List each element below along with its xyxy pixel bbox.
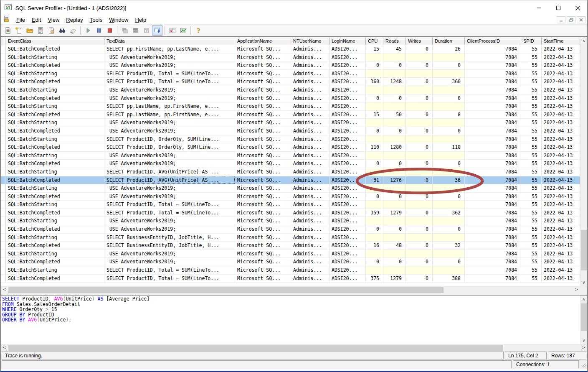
performance-chart-button[interactable] [178,25,188,36]
table-row[interactable]: SQL:BatchStarting USE AdventureWorks2019… [1,152,580,160]
sql-horizontal-scrollbar[interactable]: < > [1,344,587,351]
table-row[interactable]: SQL:BatchCompleted USE AdventureWorks201… [1,258,580,266]
cell: 2022-04-13 [542,217,580,225]
column-header-textdata[interactable]: TextData [104,37,235,45]
cell [1,234,6,242]
table-row[interactable]: SQL:BatchCompletedSELECT pp.FirstName, p… [1,45,580,54]
resize-grip[interactable] [580,360,586,368]
new-trace-button[interactable] [3,25,13,36]
table-row[interactable]: SQL:BatchStarting USE AdventureWorks2019… [1,119,580,127]
sql-hscroll-thumb[interactable] [8,345,503,351]
column-header-loginname[interactable]: LoginName [329,37,366,45]
clear-trace-button[interactable] [68,25,78,36]
table-row[interactable]: SQL:BatchStarting USE AdventureWorks2019… [1,86,580,94]
menu-view[interactable]: View [44,16,63,24]
start-replay-button[interactable] [83,25,93,36]
cell: Adminis... [291,234,329,242]
table-row[interactable]: SQL:BatchStarting USE AdventureWorks2019… [1,184,580,193]
open-trace-button[interactable] [24,25,35,36]
cell: Adminis... [291,193,329,201]
column-header-ntusername[interactable]: NTUserName [291,37,329,45]
menu-edit[interactable]: Edit [28,16,44,24]
execute-one-step-button[interactable] [119,25,130,36]
cell [406,217,433,225]
cell [383,86,406,94]
column-header-reads[interactable]: Reads [383,37,406,45]
table-row[interactable]: SQL:BatchCompletedSELECT ProductID, Tota… [1,275,580,283]
cell [406,234,433,242]
table-row[interactable]: SQL:BatchCompleted USE AdventureWorks201… [1,127,580,135]
table-row[interactable]: SQL:BatchCompleted USE AdventureWorks201… [1,160,580,168]
table-row[interactable]: SQL:BatchStartingSELECT ProductID, Total… [1,70,580,78]
table-row[interactable]: SQL:BatchStartingSELECT ProductID, Order… [1,135,580,144]
table-row[interactable]: SQL:BatchCompleted USE AdventureWorks201… [1,61,580,70]
scroll-left-icon[interactable]: < [1,286,8,293]
table-row[interactable]: SQL:BatchStarting USE AdventureWorks2019… [1,250,580,258]
save-trace-button[interactable] [35,25,46,36]
table-row[interactable]: SQL:BatchStartingSELECT pp.LastName, pp.… [1,102,580,111]
table-row[interactable]: SQL:BatchCompletedSELECT ProductID, Tota… [1,78,580,86]
column-header-applicationname[interactable]: ApplicationName [235,37,291,45]
close-button[interactable] [568,0,587,15]
scroll-down-icon[interactable]: ∨ [580,279,587,286]
cell: SQL:BatchCompleted [6,143,104,152]
column-header-eventclass[interactable]: EventClass [6,37,104,45]
menu-replay[interactable]: Replay [63,16,86,24]
sql-vertical-scrollbar[interactable]: ∧ ∨ [580,296,587,344]
scroll-right-icon[interactable]: > [573,286,580,293]
column-header-cpu[interactable]: CPU [366,37,383,45]
scroll-up-icon[interactable]: ∧ [580,37,587,44]
mdi-close-button[interactable] [577,16,585,23]
table-row[interactable]: SQL:BatchCompleted USE AdventureWorks201… [1,94,580,103]
table-row[interactable]: SQL:BatchStartingSELECT BusinessEntityID… [1,234,580,242]
table-row[interactable]: SQL:BatchCompletedSELECT ProductID, Tota… [1,209,580,217]
table-row[interactable]: SQL:BatchCompletedSELECT ProductID, Orde… [1,143,580,152]
maximize-button[interactable] [549,0,568,15]
table-row[interactable]: SQL:BatchStartingSELECT ProductID, Total… [1,201,580,209]
menu-tools[interactable]: Tools [86,16,106,24]
menu-help[interactable]: Help [132,16,150,24]
column-header-writes[interactable]: Writes [406,37,433,45]
column-header-starttime[interactable]: StartTime [542,37,580,45]
cell: ADSI20... [329,242,366,250]
table-row[interactable]: SQL:BatchCompletedSELECT pp.LastName, pp… [1,111,580,119]
auto-scroll-button[interactable] [152,25,162,36]
table-row[interactable]: SQL:BatchCompleted USE AdventureWorks201… [1,193,580,201]
grid-vertical-scrollbar[interactable]: ∧ ∨ [580,37,587,286]
table-row-selected[interactable]: SQL:BatchCompletedSELECT ProductID, AVG(… [1,176,580,185]
scroll-left-icon[interactable]: < [1,344,8,351]
scroll-down-icon[interactable]: ∨ [580,337,587,344]
properties-button[interactable] [46,25,56,36]
column-header-duration[interactable]: Duration [433,37,465,45]
scroll-up-icon[interactable]: ∧ [580,296,587,303]
mdi-restore-button[interactable] [567,16,575,23]
minimize-button[interactable] [530,0,549,15]
table-row[interactable]: SQL:BatchStartingSELECT ProductID, Total… [1,266,580,275]
mdi-minimize-button[interactable] [557,16,565,23]
sql-vscroll-thumb[interactable] [581,303,587,331]
column-header-clientprocessid[interactable]: ClientProcessID [465,37,521,45]
pause-trace-button[interactable] [94,25,104,36]
stop-trace-button[interactable] [104,25,115,36]
table-row[interactable]: SQL:BatchCompleted USE AdventureWorks201… [1,225,580,234]
find-button[interactable] [57,25,67,36]
column-header-spid[interactable]: SPID [521,37,542,45]
grid-horizontal-scrollbar[interactable]: < > [1,286,587,293]
row-selector-header [1,37,6,45]
scroll-right-icon[interactable]: > [580,344,587,351]
table-row[interactable]: SQL:BatchStartingSELECT ProductID, AVG(U… [1,168,580,176]
toggle-breakpoint-button[interactable]: TT [141,25,152,36]
help-button[interactable]: ?? [193,25,203,36]
menu-file[interactable]: File [13,16,28,24]
table-row[interactable]: SQL:BatchStarting USE AdventureWorks2019… [1,217,580,225]
sql-statement-text[interactable]: SELECT ProductID, AVG(UnitPrice) AS [Ave… [1,296,580,344]
table-row[interactable]: SQL:BatchStarting USE AdventureWorks2019… [1,54,580,62]
table-row[interactable]: SQL:BatchCompletedSELECT BusinessEntityI… [1,242,580,250]
new-document-button[interactable] [13,25,24,36]
grid-hscroll-thumb[interactable] [8,287,444,293]
grid-vscroll-thumb[interactable] [581,230,587,270]
cell: 7084 [465,78,521,86]
menu-window[interactable]: Window [106,16,132,24]
organize-columns-button[interactable] [167,25,177,36]
run-to-cursor-button[interactable] [130,25,141,36]
